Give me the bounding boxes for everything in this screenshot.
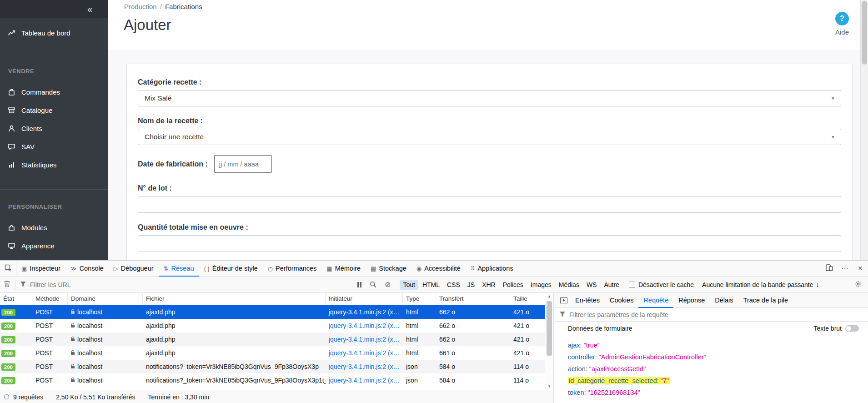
tab-reseau[interactable]: ⇅Réseau [159, 261, 199, 276]
header-fichier[interactable]: Fichier [143, 293, 326, 305]
params-filter-input[interactable] [569, 311, 863, 318]
initiator-link[interactable]: jquery-3.4.1.min.js:2 (x… [326, 349, 403, 357]
request-row[interactable]: 200 POST localhost ajaxId.php jquery-3.4… [0, 319, 553, 332]
status-badge: 200 [1, 309, 15, 316]
header-methode[interactable]: Méthode [32, 293, 68, 305]
sidebar-item-sav[interactable]: SAV [0, 137, 108, 156]
page-scrollbar-thumb[interactable] [862, 1, 867, 65]
size-cell: 421 o [510, 322, 545, 329]
disable-cache-control[interactable]: Désactiver le cache [629, 281, 694, 288]
filter-medias[interactable]: Médias [556, 280, 582, 290]
collapse-sidebar-icon[interactable]: « [87, 5, 92, 14]
tab-debogueur[interactable]: ▷Débogueur [109, 261, 159, 276]
filter-polices[interactable]: Polices [500, 280, 527, 290]
param-line[interactable]: action"ajaxProcessGetId" [568, 363, 863, 375]
disable-cache-checkbox[interactable] [629, 282, 635, 288]
initiator-link[interactable]: jquery-3.4.1.min.js:2 (x… [326, 308, 403, 316]
sidebar-item-commandes[interactable]: Commandes [0, 83, 108, 101]
tab-accessibilite[interactable]: ◉Accessibilité [411, 261, 466, 276]
initiator-link[interactable]: jquery-3.4.1.min.js:2 (x… [326, 363, 403, 370]
page-scrollbar[interactable] [860, 0, 868, 260]
url-filter-input[interactable] [30, 281, 357, 288]
domain-text: localhost [77, 322, 102, 329]
initiator-link[interactable]: jquery-3.4.1.min.js:2 (x… [326, 322, 403, 329]
sidebar-item-clients[interactable]: Clients [0, 119, 108, 137]
request-list-scrollbar-thumb[interactable] [547, 301, 552, 356]
scroll-up-icon[interactable]: ▲ [545, 293, 553, 300]
throttling-select[interactable]: Aucune limitation de la bande passante ↕ [702, 281, 819, 288]
filter-tout[interactable]: Tout [400, 280, 418, 290]
details-tab-trace[interactable]: Trace de la pile [738, 293, 793, 307]
lock-icon [71, 311, 75, 314]
sidebar-item-livraison[interactable]: Livraison [0, 255, 108, 260]
request-row[interactable]: 200 POST localhost notifications?_token=… [0, 373, 553, 387]
clear-requests-button[interactable] [4, 280, 10, 289]
header-etat[interactable]: État [0, 293, 32, 305]
header-initiateur[interactable]: Initiateur [326, 293, 403, 305]
responsive-mode-button[interactable] [822, 261, 837, 276]
details-tab-delais[interactable]: Délais [710, 293, 738, 307]
recipe-label: Nom de la recette : [138, 116, 841, 125]
header-taille[interactable]: Taille [510, 293, 545, 305]
request-row[interactable]: 200 POST localhost ajaxId.php jquery-3.4… [0, 305, 553, 319]
sidebar-item-catalogue[interactable]: Catalogue [0, 101, 108, 119]
quantity-input[interactable] [138, 235, 841, 252]
filter-css[interactable]: CSS [444, 280, 463, 290]
tab-applications[interactable]: ⠿Applications [466, 261, 518, 276]
date-input[interactable] [214, 155, 272, 173]
lot-input[interactable] [138, 196, 841, 213]
close-devtools-button[interactable]: × [853, 261, 868, 276]
param-line[interactable]: token"1625216968134" [568, 387, 863, 398]
network-settings-button[interactable] [855, 281, 862, 289]
request-row[interactable]: 200 POST localhost ajaxId.php jquery-3.4… [0, 332, 553, 346]
help-icon[interactable]: ? [835, 12, 849, 25]
filter-html[interactable]: HTML [419, 280, 443, 290]
sidebar-item-label: Apparence [21, 242, 55, 250]
sidebar-item-dashboard[interactable]: Tableau de bord [0, 24, 108, 42]
header-transfert[interactable]: Transfert [436, 293, 510, 305]
details-tab-en-tetes[interactable]: En-têtes [570, 293, 605, 307]
menu-dots-button[interactable]: ⋯ [837, 261, 853, 276]
details-tab-requete[interactable]: Requête [638, 293, 673, 307]
category-select[interactable]: Mix Salé ▾ [138, 90, 841, 106]
request-list-scrollbar[interactable]: ▲ ▼ [545, 293, 553, 390]
recipe-select[interactable]: Choisir une recette ▾ [138, 129, 841, 145]
details-tab-cookies[interactable]: Cookies [605, 293, 638, 307]
sidebar-item-label: Clients [21, 125, 42, 132]
block-requests-icon[interactable]: ⊘ [385, 281, 391, 288]
initiator-link[interactable]: jquery-3.4.1.min.js:2 (x… [326, 336, 403, 343]
filter-ws[interactable]: WS [583, 280, 600, 290]
tab-stockage[interactable]: ▤Stockage [366, 261, 411, 276]
filter-images[interactable]: Images [527, 280, 555, 290]
tab-memoire[interactable]: ▦Mémoire [321, 261, 366, 276]
sidebar-item-apparence[interactable]: Apparence [0, 237, 108, 255]
tab-performances[interactable]: ◷Performances [263, 261, 322, 276]
request-row[interactable]: 200 POST localhost notifications?_token=… [0, 360, 553, 373]
details-tab-reponse[interactable]: Réponse [673, 293, 710, 307]
breadcrumb-parent[interactable]: Production [124, 3, 157, 10]
header-domaine[interactable]: Domaine [68, 293, 143, 305]
sidebar-item-modules[interactable]: Modules [0, 218, 108, 237]
domain-cell: localhost [68, 308, 143, 316]
sidebar-item-label: SAV [21, 143, 35, 151]
sidebar-item-statistiques[interactable]: Statistiques [0, 156, 108, 174]
pause-icon[interactable] [357, 282, 361, 287]
tab-editeur-de-style[interactable]: { }Éditeur de style [199, 261, 262, 276]
param-line[interactable]: ajax"true" [568, 339, 863, 351]
initiator-link[interactable]: jquery-3.4.1.min.js:2 (x… [326, 377, 403, 384]
help-button[interactable]: ? Aide [835, 12, 849, 36]
scroll-down-icon[interactable]: ▼ [545, 383, 553, 390]
filter-xhr[interactable]: XHR [479, 280, 499, 290]
tab-inspecteur[interactable]: ▣Inspecteur [16, 261, 65, 276]
tab-console[interactable]: ≫Console [65, 261, 109, 276]
header-type[interactable]: Type [403, 293, 436, 305]
element-picker-button[interactable] [0, 261, 16, 276]
search-icon[interactable] [370, 281, 376, 288]
filter-js[interactable]: JS [464, 280, 478, 290]
param-line-highlighted[interactable]: id_categorie_recette_selected"7" [568, 375, 863, 387]
raw-text-toggle[interactable] [845, 325, 859, 332]
param-line[interactable]: controller"AdminGestionFabricationContro… [568, 351, 863, 363]
details-pane-button[interactable] [557, 293, 570, 307]
filter-autre[interactable]: Autre [601, 280, 622, 290]
request-row[interactable]: 200 POST localhost ajaxId.php jquery-3.4… [0, 346, 553, 360]
